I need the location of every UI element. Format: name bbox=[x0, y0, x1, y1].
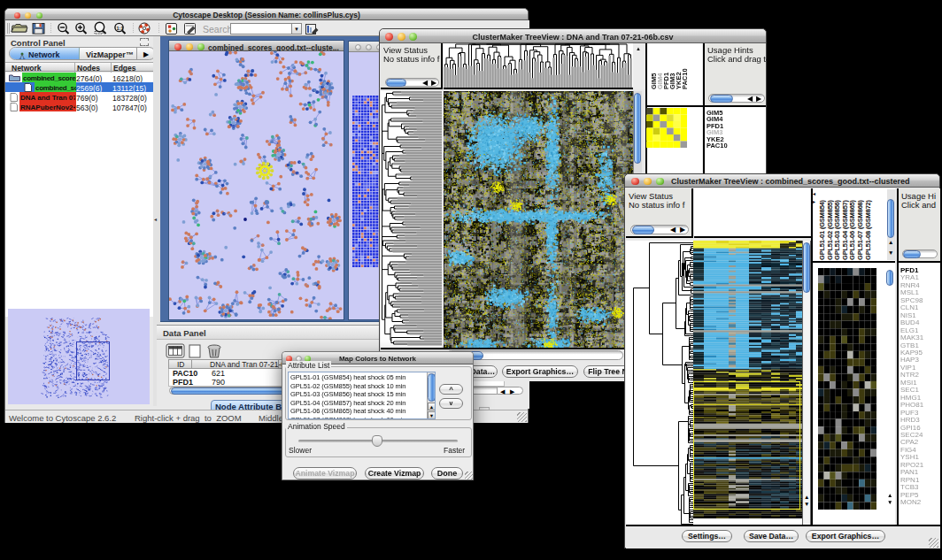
svg-text:1:1: 1:1 bbox=[117, 26, 124, 31]
